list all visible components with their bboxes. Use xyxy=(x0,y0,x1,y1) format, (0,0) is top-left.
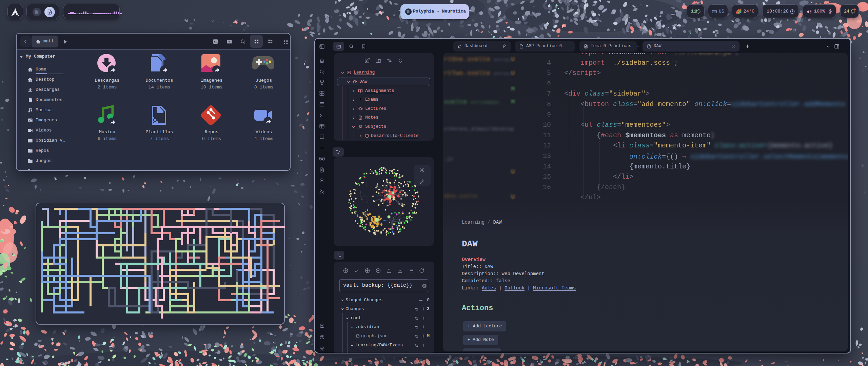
svg-text:<%: <% xyxy=(320,146,324,150)
svg-text:15: 15 xyxy=(366,135,368,137)
